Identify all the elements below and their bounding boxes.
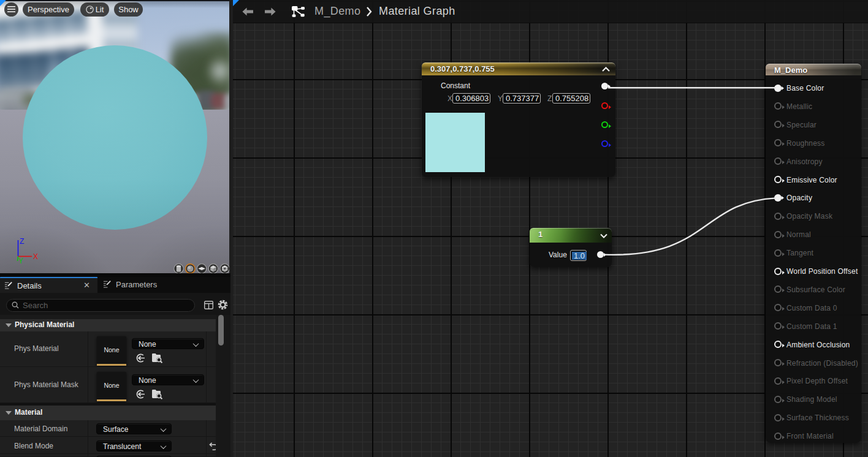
svg-text:Y: Y [18,257,23,265]
svg-text:Z: Z [20,237,24,246]
svg-text:X: X [33,252,38,261]
